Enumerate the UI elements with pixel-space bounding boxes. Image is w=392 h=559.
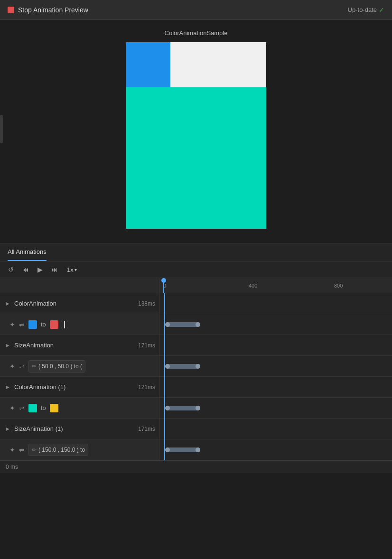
track-dot-left-3 bbox=[165, 447, 170, 452]
repeat-icon-1: ⇌ bbox=[19, 363, 25, 370]
track-dot-left-0 bbox=[165, 322, 170, 327]
color-from-0[interactable] bbox=[28, 320, 37, 329]
preview-canvas bbox=[126, 42, 266, 229]
anim-name-color-animation-1: ColorAnimation (1) bbox=[14, 383, 135, 391]
header-title: Stop Animation Preview bbox=[18, 6, 88, 14]
track-row-size-animation-prop bbox=[159, 356, 392, 377]
track-bar-color-0[interactable] bbox=[165, 322, 200, 327]
speed-label: 1x bbox=[67, 266, 74, 273]
anim-name-color-animation: ColorAnimation bbox=[14, 300, 135, 307]
anim-duration-color-animation-1: 121ms bbox=[138, 384, 155, 391]
controls-bar: ↺ ⏮ ▶ ⏭ 1x ▾ bbox=[0, 261, 392, 278]
repeat-icon-3: ⇌ bbox=[19, 446, 25, 454]
status-text: Up-to-date bbox=[348, 6, 377, 13]
preview-area: ColorAnimationSample bbox=[0, 20, 392, 243]
playhead-head bbox=[161, 278, 166, 283]
chevron-down-icon: ▾ bbox=[75, 267, 77, 272]
playhead-ruler bbox=[163, 278, 164, 293]
prop-row-color-animation: ✦ ⇌ to bbox=[0, 314, 159, 335]
anim-duration-size-animation-1: 171ms bbox=[138, 426, 155, 432]
canvas-blue-box bbox=[126, 42, 170, 87]
chevron-size-animation-1: ▶ bbox=[6, 426, 11, 431]
track-row-size-animation-1-header bbox=[159, 419, 392, 439]
cursor-0 bbox=[64, 321, 65, 328]
track-dot-right-1 bbox=[196, 364, 200, 369]
size-input-1[interactable]: ✏ ( 50.0 , 50.0 ) to ( bbox=[28, 360, 85, 373]
timeline-right: 0 400 800 bbox=[159, 278, 392, 460]
chevron-size-animation: ▶ bbox=[6, 343, 11, 348]
track-row-color-animation-1-prop bbox=[159, 398, 392, 419]
track-dot-left-1 bbox=[165, 364, 170, 369]
track-row-color-animation-prop bbox=[159, 314, 392, 335]
animation-list: ▶ ColorAnimation 138ms ✦ ⇌ to ▶ SizeAnim… bbox=[0, 278, 159, 460]
canvas-teal-box bbox=[126, 87, 266, 229]
size-value-1: ( 50.0 , 50.0 ) to ( bbox=[38, 363, 82, 370]
prop-row-size-animation-1: ✦ ⇌ ✏ ( 150.0 , 150.0 ) to bbox=[0, 439, 159, 460]
check-icon: ✓ bbox=[379, 6, 384, 14]
header-left: Stop Animation Preview bbox=[8, 6, 88, 14]
size-value-3: ( 150.0 , 150.0 ) to bbox=[38, 447, 85, 453]
tab-all-animations[interactable]: All Animations bbox=[8, 243, 47, 261]
repeat-icon-0: ⇌ bbox=[19, 321, 25, 328]
edit-icon-3: ✏ bbox=[32, 447, 37, 453]
sun-icon-0: ✦ bbox=[9, 321, 15, 328]
ruler-spacer bbox=[0, 278, 159, 293]
tab-bar: All Animations bbox=[0, 243, 392, 261]
anim-name-size-animation-1: SizeAnimation (1) bbox=[14, 425, 135, 432]
stop-icon[interactable] bbox=[8, 7, 14, 13]
edit-icon-1: ✏ bbox=[32, 363, 37, 370]
timeline-container: ▶ ColorAnimation 138ms ✦ ⇌ to ▶ SizeAnim… bbox=[0, 278, 392, 460]
header-status: Up-to-date ✓ bbox=[348, 6, 384, 14]
track-bar-size-3[interactable] bbox=[165, 447, 200, 452]
track-bar-size-1[interactable] bbox=[165, 364, 200, 369]
canvas-white-box bbox=[170, 42, 266, 87]
size-input-3[interactable]: ✏ ( 150.0 , 150.0 ) to bbox=[28, 444, 88, 456]
speed-selector[interactable]: 1x ▾ bbox=[64, 265, 80, 274]
anim-name-size-animation: SizeAnimation bbox=[14, 342, 135, 349]
chevron-color-animation-1: ▶ bbox=[6, 384, 11, 390]
anim-row-size-animation[interactable]: ▶ SizeAnimation 171ms bbox=[0, 335, 159, 356]
track-row-color-animation-1-header bbox=[159, 377, 392, 398]
time-value: 0 ms bbox=[6, 464, 18, 470]
prop-to-text-0: to bbox=[41, 321, 46, 328]
step-back-button[interactable]: ⏮ bbox=[20, 264, 31, 275]
reset-button[interactable]: ↺ bbox=[6, 264, 16, 275]
prop-row-color-animation-1: ✦ ⇌ to bbox=[0, 398, 159, 419]
color-from-2[interactable] bbox=[28, 404, 37, 412]
header: Stop Animation Preview Up-to-date ✓ bbox=[0, 0, 392, 20]
track-row-size-animation-header bbox=[159, 335, 392, 356]
anim-row-color-animation[interactable]: ▶ ColorAnimation 138ms bbox=[0, 293, 159, 314]
anim-duration-color-animation: 138ms bbox=[138, 300, 155, 307]
anim-duration-size-animation: 171ms bbox=[138, 342, 155, 349]
track-row-size-animation-1-prop bbox=[159, 439, 392, 460]
play-button[interactable]: ▶ bbox=[35, 264, 45, 275]
anim-row-size-animation-1[interactable]: ▶ SizeAnimation (1) 171ms bbox=[0, 419, 159, 439]
track-bar-color-2[interactable] bbox=[165, 406, 200, 410]
sun-icon-3: ✦ bbox=[9, 446, 15, 454]
time-indicator: 0 ms bbox=[0, 460, 392, 473]
resize-handle[interactable] bbox=[0, 115, 3, 143]
sun-icon-1: ✦ bbox=[9, 363, 15, 370]
track-row-color-animation-header bbox=[159, 293, 392, 314]
ruler: 0 400 800 bbox=[159, 278, 392, 293]
track-dot-left-2 bbox=[165, 406, 170, 410]
step-forward-button[interactable]: ⏭ bbox=[49, 264, 60, 275]
animation-panel: All Animations ↺ ⏮ ▶ ⏭ 1x ▾ ▶ ColorAnima… bbox=[0, 243, 392, 473]
sun-icon-2: ✦ bbox=[9, 404, 15, 412]
prop-to-text-2: to bbox=[41, 404, 46, 411]
chevron-color-animation: ▶ bbox=[6, 301, 11, 306]
color-to-0[interactable] bbox=[50, 320, 58, 329]
component-label: ColorAnimationSample bbox=[165, 29, 228, 37]
track-dot-right-3 bbox=[196, 447, 200, 452]
color-to-2[interactable] bbox=[50, 404, 58, 412]
ruler-mark-800: 800 bbox=[334, 283, 343, 289]
prop-row-size-animation: ✦ ⇌ ✏ ( 50.0 , 50.0 ) to ( bbox=[0, 356, 159, 377]
anim-row-color-animation-1[interactable]: ▶ ColorAnimation (1) 121ms bbox=[0, 377, 159, 398]
track-area bbox=[159, 293, 392, 460]
track-dot-right-2 bbox=[196, 406, 200, 410]
ruler-mark-400: 400 bbox=[249, 283, 257, 289]
track-dot-right-0 bbox=[196, 322, 200, 327]
repeat-icon-2: ⇌ bbox=[19, 404, 25, 412]
